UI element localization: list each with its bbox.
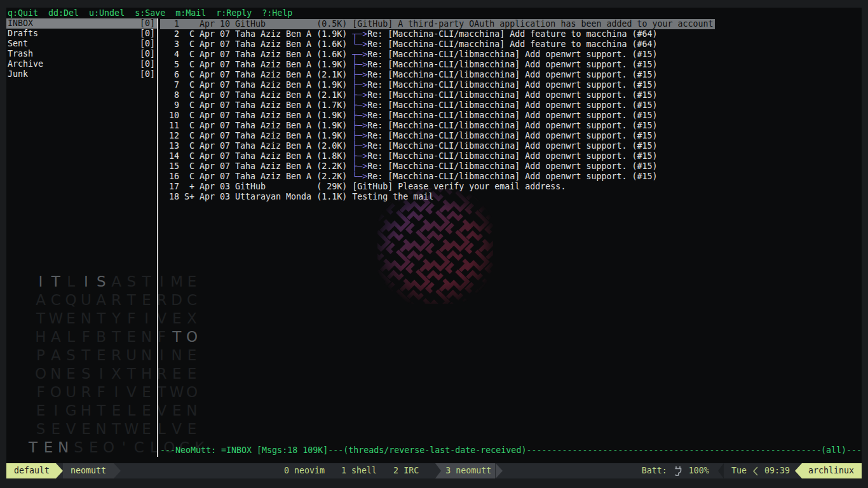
mail-row[interactable]: 18S+Apr 03Uttarayan Monda(1.1K)Testing t… <box>160 191 715 201</box>
word-clock-letter: H <box>139 365 154 383</box>
word-clock-letter: Y <box>109 309 124 328</box>
thread-tree-glyph: ┬─> <box>352 29 367 39</box>
sidebar-mailbox[interactable]: Sent [0] <box>6 39 157 49</box>
help-key-hint: dd:Del <box>48 8 79 18</box>
word-clock-letter: E <box>139 402 154 420</box>
mail-date: Apr 07 <box>200 151 230 161</box>
sidebar-mailbox[interactable]: Trash [0] <box>6 49 157 59</box>
tmux-left-segments: default neomutt <box>6 463 121 478</box>
word-clock-letter: W <box>48 309 64 328</box>
word-clock-letter: U <box>124 346 139 365</box>
tmux-window-index: 1 <box>341 463 346 478</box>
thread-tree-glyph: ├─> <box>352 151 367 161</box>
word-clock-letter: E <box>79 420 94 438</box>
mailbox-count: [0] <box>140 39 155 49</box>
mail-size: (2.1K) <box>316 70 347 80</box>
word-clock-letter: H <box>79 402 94 420</box>
tmux-window-index: 0 <box>284 463 289 478</box>
mail-number: 3 <box>164 39 179 50</box>
mail-number: 5 <box>164 60 179 70</box>
mail-row[interactable]: 4CApr 07Taha Aziz Ben A(1.6K)┬─>Re: [Mac… <box>160 49 715 59</box>
help-key-hint: u:Undel <box>89 8 125 18</box>
thread-tree-glyph: ├─> <box>352 70 367 80</box>
mail-subject: Re: [Macchina-CLI/macchina] Add feature … <box>367 39 657 50</box>
word-clock-letter: T <box>139 273 154 291</box>
word-clock-letter: T <box>109 328 124 346</box>
mail-row[interactable]: 13CApr 07Taha Aziz Ben A(2.0K)├─>Re: [Ma… <box>160 140 715 151</box>
mail-flags: C <box>184 70 194 80</box>
word-clock-letter: F <box>79 328 94 346</box>
mail-row-line: 11CApr 07Taha Aziz Ben A(1.9K)├─>Re: [Ma… <box>160 121 659 131</box>
mail-row[interactable]: 2CApr 07Taha Aziz Ben A(1.9K)┬─>Re: [Mac… <box>160 29 715 39</box>
mail-row[interactable]: 12CApr 07Taha Aziz Ben A(1.9K)├─>Re: [Ma… <box>160 130 715 140</box>
mail-sender: Uttarayan Monda <box>235 192 311 202</box>
thread-tree-glyph: ┬─> <box>352 50 367 60</box>
word-clock-letter: E <box>64 365 79 383</box>
tmux-session-badge[interactable]: default <box>6 463 56 478</box>
mail-date: Apr 03 <box>200 192 230 202</box>
tmux-window-list: 0neovim1shell2IRC3neomutt <box>284 463 495 478</box>
powerline-arrow-icon <box>795 463 802 478</box>
mail-row[interactable]: 17+Apr 03GitHub( 29K)[GitHub] Please ver… <box>160 181 715 191</box>
sidebar-mailbox[interactable]: Drafts [0] <box>6 29 157 39</box>
mail-date: Apr 07 <box>200 121 230 131</box>
mail-row-line: 3CApr 07Taha Aziz Ben A(1.6K)└─>Re: [Mac… <box>160 39 659 50</box>
mail-flags: C <box>184 161 194 172</box>
mail-size: (2.0K) <box>316 141 347 151</box>
sidebar-mailbox[interactable]: Junk [0] <box>6 69 157 79</box>
battery-percentage: 100% <box>689 463 709 478</box>
mailbox-name: Trash <box>8 49 33 59</box>
tmux-window-item[interactable]: 2IRC <box>393 463 419 478</box>
mail-size: (2.2K) <box>316 161 347 172</box>
word-clock-row: ONESIXTHREE <box>25 365 207 383</box>
mail-size: (1.9K) <box>316 121 347 131</box>
mail-date: Apr 03 <box>200 182 230 192</box>
sidebar-mailbox[interactable]: Archive [0] <box>6 59 157 69</box>
status-fill: ----------------------------------------… <box>526 445 821 456</box>
mail-row[interactable]: 11CApr 07Taha Aziz Ben A(1.9K)├─>Re: [Ma… <box>160 120 715 130</box>
mail-row[interactable]: 9CApr 07Taha Aziz Ben A(1.7K)├─>Re: [Mac… <box>160 100 715 110</box>
word-clock-letter: T <box>48 273 64 291</box>
word-clock-letter: S <box>79 365 94 383</box>
mail-row[interactable]: 5CApr 07Taha Aziz Ben A(1.9K)├─>Re: [Mac… <box>160 59 715 69</box>
mail-subject: [GitHub] Please verify your email addres… <box>352 182 566 192</box>
tmux-window-item[interactable]: 3neomutt <box>435 463 495 478</box>
desktop: { "colors": { "accent_green": "#35d16f",… <box>0 0 868 488</box>
word-clock-letter: A <box>33 291 48 309</box>
mail-flags: C <box>184 29 194 39</box>
mail-row[interactable]: 15CApr 07Taha Aziz Ben A(2.2K)├─>Re: [Ma… <box>160 161 715 171</box>
mail-number: 1 <box>164 19 179 29</box>
mail-number: 10 <box>164 111 179 121</box>
word-clock-letter: E <box>139 383 154 402</box>
mail-size: (1.7K) <box>316 100 347 111</box>
mail-row[interactable]: 1Apr 10GitHub(0.5K)[GitHub] A third-part… <box>160 18 715 29</box>
mail-row[interactable]: 16CApr 07Taha Aziz Ben A(2.2K)└─>Re: [Ma… <box>160 171 715 181</box>
word-clock-letter: N <box>93 420 109 438</box>
mail-row[interactable]: 7CApr 07Taha Aziz Ben A(1.9K)├─>Re: [Mac… <box>160 79 715 90</box>
mail-row[interactable]: 10CApr 07Taha Aziz Ben A(1.9K)├─>Re: [Ma… <box>160 110 715 120</box>
thread-tree-glyph: ├─> <box>352 131 367 141</box>
mail-sender: Taha Aziz Ben A <box>235 70 311 80</box>
mail-date: Apr 07 <box>200 90 230 100</box>
tmux-window-item[interactable]: 1shell <box>341 463 377 478</box>
neomutt-help-bar: q:Quitdd:Delu:Undels:Savem:Mailr:Reply?:… <box>8 8 302 18</box>
word-clock-letter: T <box>93 402 109 420</box>
tmux-window-item[interactable]: 0neovim <box>284 463 325 478</box>
tmux-window-index: 3 <box>445 463 451 478</box>
word-clock-letter: F <box>124 309 139 328</box>
word-clock-letters: SEVENTWELVE <box>33 421 200 437</box>
mail-subject: [GitHub] A third-party OAuth application… <box>352 19 713 29</box>
mail-row[interactable]: 14CApr 07Taha Aziz Ben A(1.8K)├─>Re: [Ma… <box>160 151 715 161</box>
sidebar-mailbox[interactable]: INBOX [0] <box>6 18 157 29</box>
wallpaper-maze-pattern <box>377 188 493 304</box>
wallpaper-word-clock: ITLISASTIME ACQUARTERDC TWENTYFIVEX HALF… <box>25 273 207 457</box>
mail-subject: Re: [Macchina-CLI/libmacchina] Add openw… <box>367 151 657 161</box>
mail-subject: Re: [Macchina-CLI/libmacchina] Add openw… <box>367 90 657 100</box>
mail-row[interactable]: 6CApr 07Taha Aziz Ben A(2.1K)├─>Re: [Mac… <box>160 69 715 79</box>
mail-row[interactable]: 3CApr 07Taha Aziz Ben A(1.6K)└─>Re: [Mac… <box>160 39 715 49</box>
mail-date: Apr 07 <box>200 100 230 111</box>
word-clock-row: SEVENTWELVE <box>25 420 207 438</box>
mail-row[interactable]: 8CApr 07Taha Aziz Ben A(2.1K)├─>Re: [Mac… <box>160 90 715 100</box>
mail-sender: Taha Aziz Ben A <box>235 131 311 141</box>
word-clock-letter: L <box>64 328 79 346</box>
